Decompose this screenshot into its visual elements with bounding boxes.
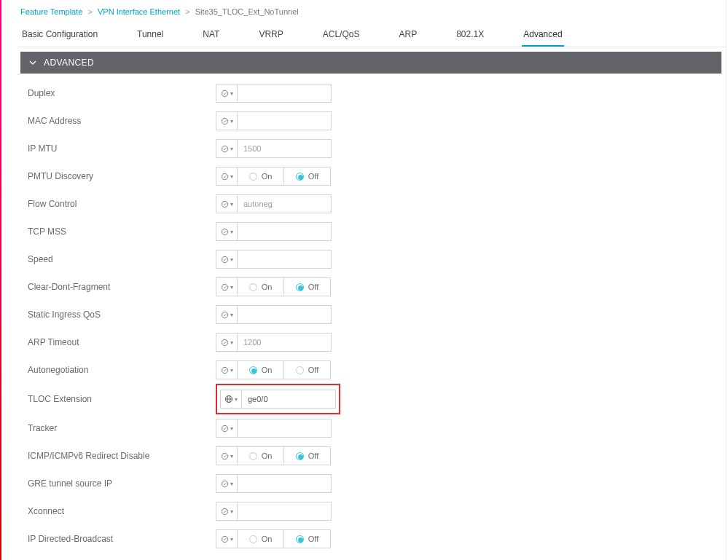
ipdb-off-button[interactable]: Off <box>283 529 331 548</box>
label-pmtu-discovery: PMTU Discovery <box>28 171 216 181</box>
panel-header-advanced[interactable]: ADVANCED <box>20 52 721 74</box>
radio-selected-icon <box>296 535 304 543</box>
label-icmp-redirect-disable: ICMP/ICMPv6 Redirect Disable <box>28 451 216 461</box>
caret-down-icon: ▾ <box>230 536 233 543</box>
radio-selected-icon <box>249 366 257 374</box>
ipdb-type-dropdown[interactable]: ▾ <box>216 529 238 548</box>
xc-type-dropdown[interactable]: ▾ <box>216 502 238 521</box>
tab-advanced[interactable]: Advanced <box>522 26 563 47</box>
on-label: On <box>262 366 273 374</box>
mac-type-dropdown[interactable]: ▾ <box>216 111 238 130</box>
off-label: Off <box>308 172 318 181</box>
autoneg-type-dropdown[interactable]: ▾ <box>216 360 238 379</box>
radio-selected-icon <box>296 452 304 460</box>
tab-vrrp[interactable]: VRRP <box>257 26 284 47</box>
tab-acl-qos[interactable]: ACL/QoS <box>321 26 361 47</box>
tracker-input[interactable] <box>237 419 332 438</box>
pmtu-on-button[interactable]: On <box>237 167 284 186</box>
tab-tunnel[interactable]: Tunnel <box>136 26 165 47</box>
radio-selected-icon <box>296 283 304 291</box>
label-speed: Speed <box>28 254 216 264</box>
breadcrumb-level3: Site35_TLOC_Ext_NoTunnel <box>195 7 299 16</box>
icmp-off-button[interactable]: Off <box>283 446 331 465</box>
mac-input[interactable] <box>237 111 332 130</box>
tab-arp[interactable]: ARP <box>397 26 418 47</box>
row-pmtu-discovery: PMTU Discovery ▾ On Off <box>26 162 716 190</box>
caret-down-icon: ▾ <box>230 508 233 515</box>
icmp-on-button[interactable]: On <box>237 446 284 465</box>
label-tcp-mss: TCP MSS <box>28 226 216 237</box>
label-ip-directed-broadcast: IP Directed-Broadcast <box>28 534 216 544</box>
flow-type-dropdown[interactable]: ▾ <box>216 194 238 213</box>
caret-down-icon: ▾ <box>230 284 233 291</box>
speed-input[interactable] <box>237 250 332 269</box>
arpto-type-dropdown[interactable]: ▾ <box>216 333 238 352</box>
duplex-input[interactable] <box>237 84 332 103</box>
pmtu-off-button[interactable]: Off <box>283 167 331 186</box>
caret-down-icon: ▾ <box>230 118 233 125</box>
cdf-on-button[interactable]: On <box>237 277 284 296</box>
autoneg-on-button[interactable]: On <box>237 360 284 379</box>
check-circle-icon <box>221 508 229 516</box>
arpto-input[interactable]: 1200 <box>237 333 332 352</box>
duplex-type-dropdown[interactable]: ▾ <box>216 84 238 103</box>
row-autonegotiation: Autonegotiation ▾ On Off <box>26 356 716 384</box>
check-circle-icon <box>221 173 229 181</box>
siqos-type-dropdown[interactable]: ▾ <box>216 305 238 324</box>
caret-down-icon: ▾ <box>230 425 233 432</box>
check-circle-icon <box>221 452 229 460</box>
label-tracker: Tracker <box>28 423 216 433</box>
tracker-type-dropdown[interactable]: ▾ <box>216 419 238 438</box>
siqos-input[interactable] <box>237 305 332 324</box>
cdf-off-button[interactable]: Off <box>283 277 331 296</box>
gre-input[interactable] <box>237 474 332 493</box>
label-flow-control: Flow Control <box>28 199 216 209</box>
tab-basic-configuration[interactable]: Basic Configuration <box>20 26 99 47</box>
speed-type-dropdown[interactable]: ▾ <box>216 250 238 269</box>
xc-input[interactable] <box>237 502 332 521</box>
chevron-down-icon <box>29 59 36 66</box>
check-circle-icon <box>221 339 229 347</box>
off-label: Off <box>308 451 318 460</box>
tab-8021x[interactable]: 802.1X <box>455 26 485 47</box>
ipmtu-type-dropdown[interactable]: ▾ <box>216 139 238 158</box>
label-autonegotiation: Autonegotiation <box>28 365 216 375</box>
radio-icon <box>249 173 257 181</box>
gre-type-dropdown[interactable]: ▾ <box>216 474 238 493</box>
radio-icon <box>249 535 257 543</box>
flow-input[interactable]: autoneg <box>237 194 332 213</box>
check-circle-icon <box>221 366 229 374</box>
icmp-type-dropdown[interactable]: ▾ <box>216 446 238 465</box>
label-arp-timeout: ARP Timeout <box>28 337 216 347</box>
tloc-input[interactable]: ge0/0 <box>241 390 336 409</box>
row-gre-tunnel-source-ip: GRE tunnel source IP ▾ <box>26 470 716 497</box>
row-tcp-mss: TCP MSS ▾ <box>26 218 716 245</box>
breadcrumb-level1[interactable]: Feature Template <box>20 7 82 16</box>
check-circle-icon <box>221 256 229 264</box>
label-duplex: Duplex <box>28 88 216 98</box>
pmtu-type-dropdown[interactable]: ▾ <box>216 167 238 186</box>
tloc-type-dropdown[interactable]: ▾ <box>220 390 242 409</box>
check-circle-icon <box>221 425 229 433</box>
check-circle-icon <box>221 145 229 153</box>
cdf-type-dropdown[interactable]: ▾ <box>216 277 238 296</box>
radio-icon <box>249 452 257 460</box>
label-xconnect: Xconnect <box>28 506 216 516</box>
caret-down-icon: ▾ <box>230 90 233 97</box>
tcpmss-type-dropdown[interactable]: ▾ <box>216 222 238 241</box>
breadcrumb-sep-1: > <box>85 7 95 16</box>
breadcrumb-sep-2: > <box>182 7 192 16</box>
check-circle-icon <box>221 311 229 319</box>
row-icmp-redirect-disable: ICMP/ICMPv6 Redirect Disable ▾ On Of <box>26 442 716 470</box>
tcpmss-input[interactable] <box>237 222 332 241</box>
caret-down-icon: ▾ <box>235 396 238 403</box>
label-mac-address: MAC Address <box>28 116 216 126</box>
row-tloc-extension: TLOC Extension ▾ ge0/0 <box>26 384 716 414</box>
panel-title: ADVANCED <box>44 58 94 68</box>
breadcrumb-level2[interactable]: VPN Interface Ethernet <box>98 7 180 16</box>
caret-down-icon: ▾ <box>230 146 233 152</box>
ipdb-on-button[interactable]: On <box>237 529 284 548</box>
tab-nat[interactable]: NAT <box>201 26 221 47</box>
autoneg-off-button[interactable]: Off <box>283 360 331 379</box>
ipmtu-input[interactable]: 1500 <box>237 139 332 158</box>
